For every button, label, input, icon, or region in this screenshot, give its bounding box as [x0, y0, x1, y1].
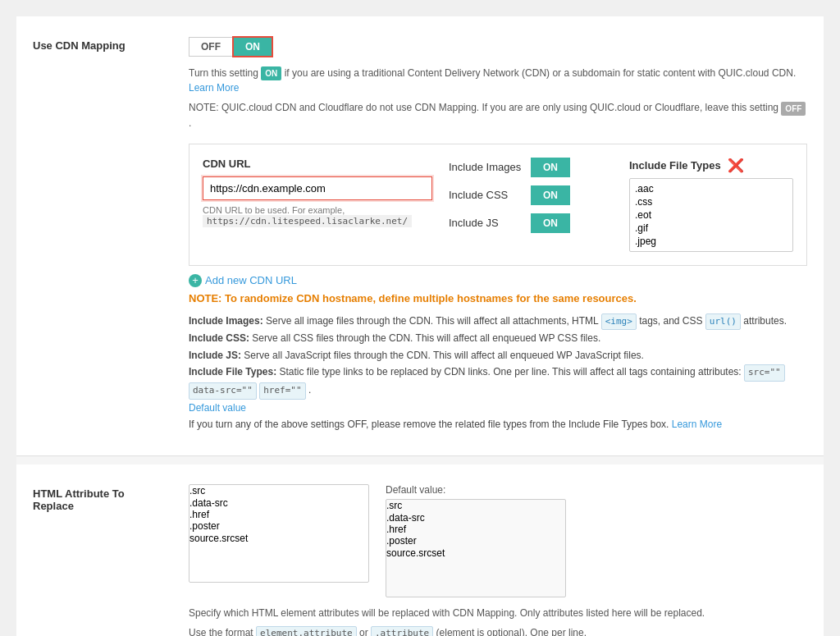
cdn-mapping-section: Use CDN Mapping OFF ON Turn this setting… [16, 16, 824, 456]
html-attr-desc2: Use the format element.attribute or .att… [189, 625, 807, 636]
add-cdn-url-text[interactable]: Add new CDN URL [205, 274, 297, 286]
cdn-mapping-toggle-group: OFF ON [189, 36, 807, 57]
html-attr-label: HTML Attribute To Replace [16, 481, 180, 519]
cdn-mapping-content: OFF ON Turn this setting ON if you are u… [180, 33, 824, 439]
include-toggles-section: Include Images ON Include CSS ON Include… [449, 158, 613, 252]
include-css-label: Include CSS [449, 189, 523, 201]
cdn-mapping-desc1: Turn this setting ON if you are using a … [189, 66, 807, 95]
off-badge: OFF [781, 102, 806, 116]
cdn-url-hint: CDN URL to be used. For example, https:/… [203, 205, 432, 227]
file-types-title: Include File Types [629, 159, 721, 172]
format-tag-2: .attribute [371, 626, 433, 636]
turn-off-note: If you turn any of the above settings OF… [189, 416, 807, 432]
include-file-types-desc: Include File Types: Static file type lin… [189, 364, 807, 399]
cdn-mapping-label: Use CDN Mapping [16, 33, 180, 58]
include-images-label: Include Images [449, 161, 523, 173]
cdn-url-example: https://cdn.litespeed.lisaclarke.net/ [203, 215, 412, 227]
cdn-mapping-off-button[interactable]: OFF [189, 37, 232, 57]
default-value-link[interactable]: Default value [189, 402, 246, 414]
learn-more-link-1[interactable]: Learn More [189, 82, 239, 94]
include-js-desc: Include JS: Serve all JavaScript files t… [189, 347, 807, 364]
attr-src: src="" [744, 364, 785, 382]
include-js-toggle[interactable]: ON [531, 213, 570, 233]
include-css-row: Include CSS ON [449, 185, 613, 205]
include-images-toggle[interactable]: ON [531, 158, 570, 177]
include-css-desc: Include CSS: Include CSS: Serve all CSS … [189, 330, 807, 346]
close-icon[interactable]: ❌ [728, 158, 744, 173]
include-images-desc: Include Images: Serve all image files th… [189, 313, 807, 331]
cdn-url-input[interactable] [203, 176, 432, 200]
file-types-header: Include File Types ❌ [629, 158, 793, 173]
file-types-list[interactable]: .aac .css .eot .gif .jpeg [629, 178, 793, 252]
attr-href: href="" [259, 382, 305, 400]
include-js-row: Include JS ON [449, 213, 613, 233]
include-js-label: Include JS [449, 217, 523, 229]
default-value-select[interactable]: .src .data-src .href .poster source.srcs… [386, 499, 566, 597]
attr-data-src: data-src="" [189, 382, 257, 400]
cdn-url-label: CDN URL [203, 158, 432, 170]
default-value-link-row: Default value [189, 400, 807, 416]
cdn-url-section: CDN URL CDN URL to be used. For example,… [203, 158, 432, 252]
html-attr-lists: .src .data-src .href .poster source.srcs… [189, 484, 807, 597]
default-value-box: Default value: .src .data-src .href .pos… [386, 484, 807, 597]
html-attr-section: HTML Attribute To Replace .src .data-src… [16, 464, 824, 636]
cdn-card-inner: CDN URL CDN URL to be used. For example,… [203, 158, 793, 252]
plus-icon: + [189, 274, 202, 287]
default-value-label: Default value: [386, 484, 807, 496]
add-cdn-url-link[interactable]: + Add new CDN URL [189, 274, 807, 287]
format-tag-1: element.attribute [256, 626, 357, 636]
on-badge: ON [261, 66, 281, 80]
cdn-mapping-on-button[interactable]: ON [232, 36, 273, 57]
attr-list-editable: .src .data-src .href .poster source.srcs… [189, 484, 369, 583]
html-attr-desc1: Specify which HTML element attributes wi… [189, 606, 807, 620]
url-tag: url() [705, 313, 741, 331]
include-css-toggle[interactable]: ON [531, 185, 570, 205]
cdn-card: CDN URL CDN URL to be used. For example,… [189, 144, 807, 266]
include-images-row: Include Images ON [449, 158, 613, 177]
note-randomize: NOTE: To randomize CDN hostname, define … [189, 292, 807, 304]
html-attr-content: .src .data-src .href .poster source.srcs… [180, 481, 824, 636]
file-types-section: Include File Types ❌ .aac .css .eot .gif… [629, 158, 793, 252]
img-tag: <img> [601, 313, 637, 331]
attr-list-select[interactable]: .src .data-src .href .poster source.srcs… [189, 484, 369, 583]
descriptions-block: Include Images: Serve all image files th… [189, 313, 807, 433]
turn-off-learn-more[interactable]: Learn More [672, 419, 722, 430]
cdn-mapping-desc2: NOTE: QUIC.cloud CDN and Cloudflare do n… [189, 100, 807, 130]
